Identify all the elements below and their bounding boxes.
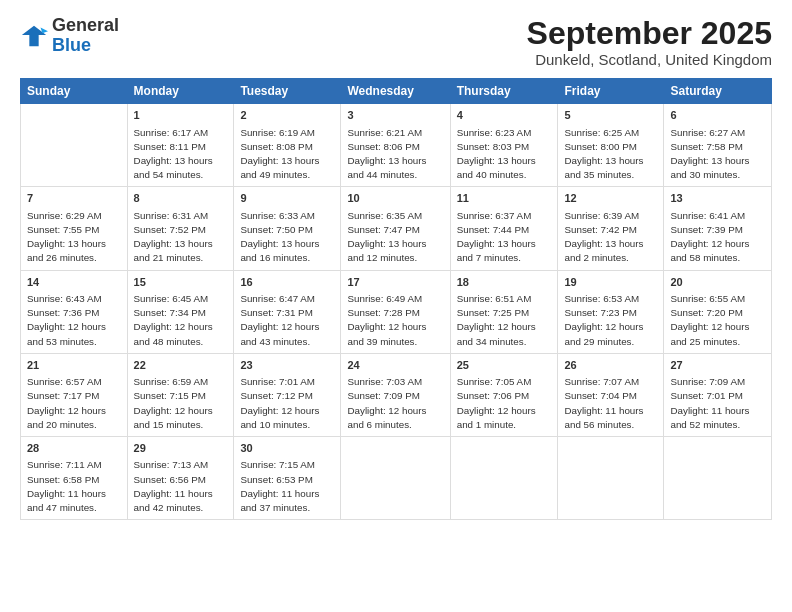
day-of-week-header: Sunday (21, 79, 128, 104)
day-info: Sunrise: 6:59 AMSunset: 7:15 PMDaylight:… (134, 375, 228, 432)
header: General Blue September 2025 Dunkeld, Sco… (20, 16, 772, 68)
day-number: 6 (670, 108, 765, 123)
day-info: Sunrise: 6:57 AMSunset: 7:17 PMDaylight:… (27, 375, 121, 432)
day-of-week-header: Tuesday (234, 79, 341, 104)
calendar-cell: 11Sunrise: 6:37 AMSunset: 7:44 PMDayligh… (450, 187, 558, 270)
calendar-cell: 16Sunrise: 6:47 AMSunset: 7:31 PMDayligh… (234, 270, 341, 353)
logo-blue-text: Blue (52, 35, 91, 55)
day-info: Sunrise: 6:27 AMSunset: 7:58 PMDaylight:… (670, 126, 765, 183)
logo-bird-icon (20, 22, 48, 50)
day-info: Sunrise: 6:39 AMSunset: 7:42 PMDaylight:… (564, 209, 657, 266)
calendar-cell: 18Sunrise: 6:51 AMSunset: 7:25 PMDayligh… (450, 270, 558, 353)
day-number: 27 (670, 358, 765, 373)
day-number: 9 (240, 191, 334, 206)
day-info: Sunrise: 6:17 AMSunset: 8:11 PMDaylight:… (134, 126, 228, 183)
calendar-cell: 25Sunrise: 7:05 AMSunset: 7:06 PMDayligh… (450, 353, 558, 436)
day-info: Sunrise: 6:41 AMSunset: 7:39 PMDaylight:… (670, 209, 765, 266)
day-info: Sunrise: 7:05 AMSunset: 7:06 PMDaylight:… (457, 375, 552, 432)
day-info: Sunrise: 6:23 AMSunset: 8:03 PMDaylight:… (457, 126, 552, 183)
day-info: Sunrise: 6:47 AMSunset: 7:31 PMDaylight:… (240, 292, 334, 349)
day-info: Sunrise: 6:35 AMSunset: 7:47 PMDaylight:… (347, 209, 443, 266)
calendar-cell: 9Sunrise: 6:33 AMSunset: 7:50 PMDaylight… (234, 187, 341, 270)
day-info: Sunrise: 7:13 AMSunset: 6:56 PMDaylight:… (134, 458, 228, 515)
calendar-cell: 1Sunrise: 6:17 AMSunset: 8:11 PMDaylight… (127, 104, 234, 187)
day-number: 4 (457, 108, 552, 123)
day-number: 1 (134, 108, 228, 123)
day-number: 25 (457, 358, 552, 373)
day-info: Sunrise: 7:11 AMSunset: 6:58 PMDaylight:… (27, 458, 121, 515)
logo-general-text: General (52, 15, 119, 35)
calendar-cell: 28Sunrise: 7:11 AMSunset: 6:58 PMDayligh… (21, 437, 128, 520)
day-number: 30 (240, 441, 334, 456)
calendar-cell: 26Sunrise: 7:07 AMSunset: 7:04 PMDayligh… (558, 353, 664, 436)
logo: General Blue (20, 16, 119, 56)
day-info: Sunrise: 6:53 AMSunset: 7:23 PMDaylight:… (564, 292, 657, 349)
day-number: 8 (134, 191, 228, 206)
day-info: Sunrise: 6:19 AMSunset: 8:08 PMDaylight:… (240, 126, 334, 183)
day-of-week-header: Wednesday (341, 79, 450, 104)
day-info: Sunrise: 6:51 AMSunset: 7:25 PMDaylight:… (457, 292, 552, 349)
calendar-cell: 3Sunrise: 6:21 AMSunset: 8:06 PMDaylight… (341, 104, 450, 187)
day-of-week-header: Friday (558, 79, 664, 104)
calendar-cell: 13Sunrise: 6:41 AMSunset: 7:39 PMDayligh… (664, 187, 772, 270)
day-number: 16 (240, 275, 334, 290)
day-number: 18 (457, 275, 552, 290)
calendar-title: September 2025 (527, 16, 772, 51)
title-block: September 2025 Dunkeld, Scotland, United… (527, 16, 772, 68)
calendar-cell: 19Sunrise: 6:53 AMSunset: 7:23 PMDayligh… (558, 270, 664, 353)
day-info: Sunrise: 6:55 AMSunset: 7:20 PMDaylight:… (670, 292, 765, 349)
day-of-week-header: Saturday (664, 79, 772, 104)
logo-text: General Blue (52, 16, 119, 56)
day-number: 14 (27, 275, 121, 290)
calendar-cell: 17Sunrise: 6:49 AMSunset: 7:28 PMDayligh… (341, 270, 450, 353)
day-info: Sunrise: 6:21 AMSunset: 8:06 PMDaylight:… (347, 126, 443, 183)
day-number: 29 (134, 441, 228, 456)
calendar-cell: 22Sunrise: 6:59 AMSunset: 7:15 PMDayligh… (127, 353, 234, 436)
calendar-cell: 30Sunrise: 7:15 AMSunset: 6:53 PMDayligh… (234, 437, 341, 520)
day-number: 15 (134, 275, 228, 290)
calendar-cell: 24Sunrise: 7:03 AMSunset: 7:09 PMDayligh… (341, 353, 450, 436)
day-number: 23 (240, 358, 334, 373)
day-of-week-header: Thursday (450, 79, 558, 104)
day-info: Sunrise: 6:33 AMSunset: 7:50 PMDaylight:… (240, 209, 334, 266)
day-number: 24 (347, 358, 443, 373)
calendar-cell (558, 437, 664, 520)
day-number: 26 (564, 358, 657, 373)
day-info: Sunrise: 7:07 AMSunset: 7:04 PMDaylight:… (564, 375, 657, 432)
calendar-cell: 21Sunrise: 6:57 AMSunset: 7:17 PMDayligh… (21, 353, 128, 436)
calendar-cell: 23Sunrise: 7:01 AMSunset: 7:12 PMDayligh… (234, 353, 341, 436)
day-info: Sunrise: 7:09 AMSunset: 7:01 PMDaylight:… (670, 375, 765, 432)
calendar-cell: 27Sunrise: 7:09 AMSunset: 7:01 PMDayligh… (664, 353, 772, 436)
day-number: 2 (240, 108, 334, 123)
calendar-cell: 8Sunrise: 6:31 AMSunset: 7:52 PMDaylight… (127, 187, 234, 270)
day-number: 20 (670, 275, 765, 290)
day-number: 7 (27, 191, 121, 206)
page: General Blue September 2025 Dunkeld, Sco… (0, 0, 792, 612)
calendar-cell: 15Sunrise: 6:45 AMSunset: 7:34 PMDayligh… (127, 270, 234, 353)
day-number: 19 (564, 275, 657, 290)
calendar-cell (341, 437, 450, 520)
day-info: Sunrise: 6:43 AMSunset: 7:36 PMDaylight:… (27, 292, 121, 349)
calendar-subtitle: Dunkeld, Scotland, United Kingdom (527, 51, 772, 68)
calendar-week-row: 21Sunrise: 6:57 AMSunset: 7:17 PMDayligh… (21, 353, 772, 436)
calendar-cell: 12Sunrise: 6:39 AMSunset: 7:42 PMDayligh… (558, 187, 664, 270)
day-info: Sunrise: 7:01 AMSunset: 7:12 PMDaylight:… (240, 375, 334, 432)
calendar-cell: 29Sunrise: 7:13 AMSunset: 6:56 PMDayligh… (127, 437, 234, 520)
calendar-cell: 7Sunrise: 6:29 AMSunset: 7:55 PMDaylight… (21, 187, 128, 270)
day-info: Sunrise: 6:37 AMSunset: 7:44 PMDaylight:… (457, 209, 552, 266)
day-info: Sunrise: 6:31 AMSunset: 7:52 PMDaylight:… (134, 209, 228, 266)
day-number: 21 (27, 358, 121, 373)
calendar-week-row: 28Sunrise: 7:11 AMSunset: 6:58 PMDayligh… (21, 437, 772, 520)
calendar-cell: 2Sunrise: 6:19 AMSunset: 8:08 PMDaylight… (234, 104, 341, 187)
calendar-cell: 6Sunrise: 6:27 AMSunset: 7:58 PMDaylight… (664, 104, 772, 187)
calendar-cell (450, 437, 558, 520)
day-number: 3 (347, 108, 443, 123)
calendar-week-row: 1Sunrise: 6:17 AMSunset: 8:11 PMDaylight… (21, 104, 772, 187)
calendar-week-row: 14Sunrise: 6:43 AMSunset: 7:36 PMDayligh… (21, 270, 772, 353)
calendar-cell: 10Sunrise: 6:35 AMSunset: 7:47 PMDayligh… (341, 187, 450, 270)
day-info: Sunrise: 6:45 AMSunset: 7:34 PMDaylight:… (134, 292, 228, 349)
day-number: 22 (134, 358, 228, 373)
day-number: 28 (27, 441, 121, 456)
day-number: 10 (347, 191, 443, 206)
calendar-cell: 20Sunrise: 6:55 AMSunset: 7:20 PMDayligh… (664, 270, 772, 353)
